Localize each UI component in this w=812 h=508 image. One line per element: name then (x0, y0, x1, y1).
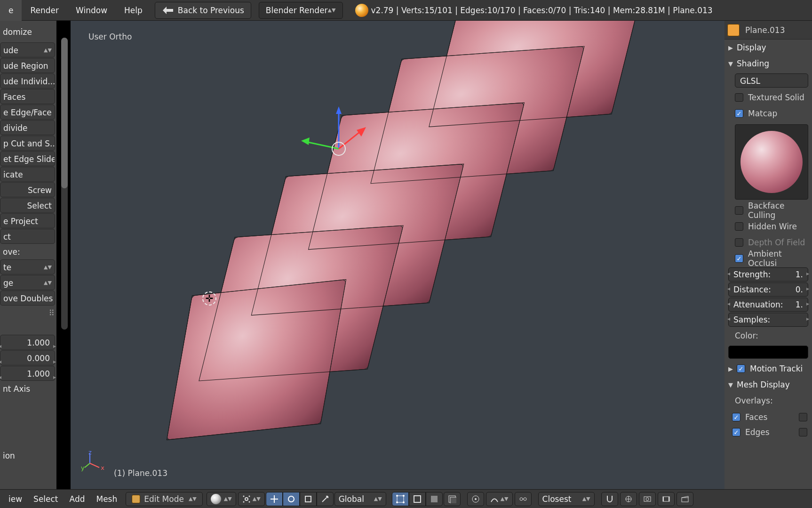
manipulator-rotate[interactable] (283, 492, 300, 506)
tool-knife-project[interactable]: e Project (0, 213, 55, 228)
magnet-icon (605, 495, 614, 503)
textured-solid-checkbox[interactable]: Textured Solid (724, 89, 812, 105)
menu-render[interactable]: Render (22, 0, 67, 21)
tool-extrude-individual[interactable]: ude Individ... (0, 73, 55, 89)
tool-bisect[interactable]: ct (0, 229, 55, 244)
snap-element[interactable] (620, 492, 637, 506)
tool-loop-cut-slide[interactable]: p Cut and S... (0, 136, 55, 151)
3d-viewport[interactable]: User Ortho ✛ (71, 21, 724, 489)
checkbox-checked-icon: ✓ (735, 109, 743, 118)
limit-to-visible[interactable] (444, 492, 461, 506)
chevron-updown-icon: ▲▼ (374, 492, 382, 506)
constraint-axis-label: nt Axis (0, 381, 56, 396)
menu-add[interactable]: Add (64, 494, 91, 504)
matcap-checkbox[interactable]: ✓ Matcap (724, 105, 812, 121)
backface-culling-checkbox[interactable]: Backface Culling (724, 202, 812, 218)
viewport-projection-label: User Ortho (88, 32, 132, 41)
snap-target-dropdown[interactable]: Closest ▲▼ (538, 492, 595, 506)
tool-make-edge-face[interactable]: e Edge/Face (0, 105, 55, 120)
menu-window[interactable]: Window (67, 0, 116, 21)
select-mode-vertex[interactable] (392, 492, 409, 506)
manipulator-toggles (266, 492, 334, 506)
prop-falloff[interactable]: ▲▼ (486, 492, 513, 506)
motion-tracking-header[interactable]: ▶ ✓ Motion Tracki (724, 361, 812, 377)
op-value-1[interactable]: ◂0.000▸ (0, 350, 55, 365)
svg-point-17 (396, 495, 398, 497)
tool-offset-edge-slide[interactable]: et Edge Slide (0, 151, 55, 166)
manipulator-translate[interactable] (266, 492, 283, 506)
blender-logo-icon (355, 4, 368, 17)
render-opengl-still[interactable] (639, 492, 656, 506)
select-mode-edge[interactable] (409, 492, 426, 506)
tool-select[interactable]: Select (0, 198, 55, 213)
tool-extrude-region[interactable]: ude Region (0, 58, 55, 73)
render-opengl-anim[interactable] (658, 492, 675, 506)
render-clapper[interactable] (677, 492, 693, 506)
panel-gripper-icon[interactable]: ⠿ (0, 308, 56, 315)
ao-attenuation-field[interactable]: ◂Attenuation:1.▸ (728, 298, 808, 312)
chevron-updown-icon: ▲▼ (328, 7, 336, 13)
overlay-sharp-checkbox[interactable]: Sh (795, 410, 812, 425)
ao-checkbox[interactable]: ✓ Ambient Occlusi (724, 250, 812, 266)
orientation-dropdown[interactable]: Global ▲▼ (334, 492, 386, 506)
svg-marker-5 (357, 127, 366, 137)
tool-remove-doubles[interactable]: ove Doubles (0, 290, 55, 306)
dof-checkbox[interactable]: Depth Of Field (724, 234, 812, 250)
tool-shelf-scrollbar[interactable] (61, 38, 68, 330)
svg-point-27 (520, 498, 523, 500)
mesh-display-header[interactable]: ▼ Mesh Display (724, 377, 812, 393)
svg-point-10 (243, 495, 244, 497)
chevron-updown-icon: ▲▼ (189, 496, 197, 502)
svg-rect-24 (450, 497, 456, 503)
ao-color-label: Color: (724, 328, 812, 344)
ao-strength-field[interactable]: ◂Strength:1.▸ (728, 267, 808, 282)
gizmo-center-icon (332, 142, 346, 156)
rotate-icon (287, 495, 295, 503)
svg-point-20 (403, 501, 405, 503)
tool-delete[interactable]: te▲▼ (0, 259, 55, 274)
scene-stats: v2.79 | Verts:15/101 | Edges:10/170 | Fa… (371, 6, 713, 15)
menu-mesh[interactable]: Mesh (90, 494, 123, 504)
prop-edit-toggle[interactable] (467, 492, 484, 506)
menu-select[interactable]: Select (28, 494, 64, 504)
menu-view[interactable]: iew (3, 494, 28, 504)
overlays-label: Overlays: (724, 393, 812, 409)
svg-point-18 (403, 495, 405, 497)
ao-distance-field[interactable]: ◂Distance:0.▸ (728, 282, 808, 297)
ao-samples-field[interactable]: ◂Samples:▸ (728, 313, 808, 327)
op-value-2[interactable]: ◂1.000▸ (0, 366, 55, 381)
op-value-0[interactable]: ◂1.000▸ (0, 335, 55, 350)
pivot-dropdown[interactable]: ▲▼ (238, 492, 265, 506)
checkbox-checked-icon: ✓ (735, 254, 743, 263)
mode-dropdown[interactable]: Edit Mode ▲▼ (126, 492, 203, 506)
tool-duplicate[interactable]: icate (0, 167, 55, 182)
occlude-icon (448, 495, 456, 503)
snap-toggle[interactable] (601, 492, 618, 506)
hidden-wire-checkbox[interactable]: Hidden Wire (724, 218, 812, 234)
tool-subdivide[interactable]: divide (0, 120, 55, 135)
overlay-bevel-checkbox[interactable]: Be (795, 425, 812, 440)
scrollbar-thumb[interactable] (61, 38, 68, 188)
matcap-preview[interactable] (735, 124, 808, 200)
mini-axis: zyx (84, 452, 102, 469)
prop-connected[interactable] (515, 492, 532, 506)
tool-screw[interactable]: Screw (0, 182, 55, 197)
back-to-previous-button[interactable]: Back to Previous (155, 2, 251, 19)
manipulator-normal[interactable] (317, 492, 334, 506)
tool-inset-faces[interactable]: Faces (0, 89, 55, 104)
tool-merge[interactable]: ge▲▼ (0, 275, 55, 290)
shading-section-header[interactable]: ▼ Shading (724, 56, 812, 72)
shading-mode-dropdown[interactable]: GLSL (735, 73, 808, 88)
manipulator-scale[interactable] (300, 492, 317, 506)
chevron-down-icon: ▼ (728, 381, 733, 388)
menu-help[interactable]: Help (116, 0, 151, 21)
menu-file[interactable]: e (0, 0, 22, 21)
tool-extrude[interactable]: ude▲▼ (0, 42, 55, 57)
display-section-header[interactable]: ▶ Display (724, 40, 812, 56)
ao-color-swatch[interactable] (728, 346, 808, 359)
select-mode-face[interactable] (426, 492, 443, 506)
viewport-shading-dropdown[interactable]: ▲▼ (207, 492, 236, 506)
cross-icon: ✛ (206, 294, 214, 303)
checkbox-unchecked-icon (735, 222, 743, 231)
render-engine-dropdown[interactable]: Blender Render ▲▼ (259, 2, 343, 19)
